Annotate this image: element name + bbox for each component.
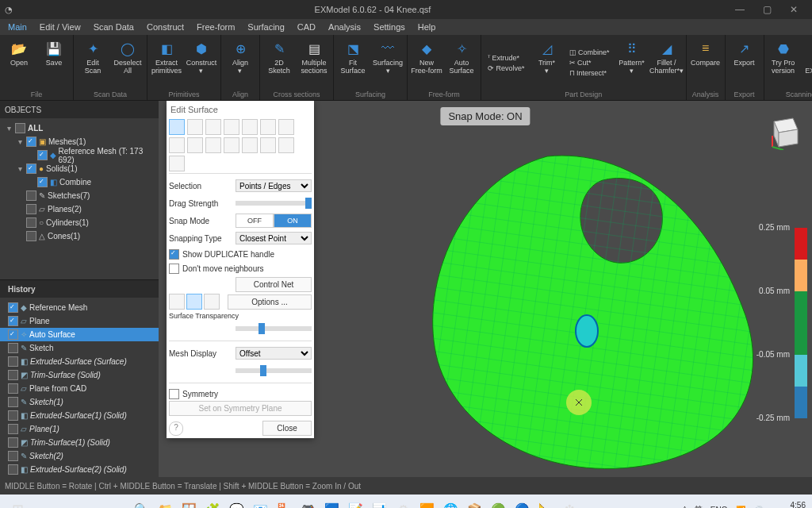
tool-icon[interactable] — [205, 137, 221, 153]
help-icon[interactable]: ? — [169, 421, 183, 436]
tree-row[interactable]: ▾ ● Solids(1) — [0, 162, 159, 175]
taskbar-app-icon[interactable]: 🟦 — [321, 499, 342, 508]
history-row[interactable]: ✎ Sketch — [0, 341, 159, 355]
menu-cad[interactable]: CAD — [297, 22, 316, 32]
ribbon-surfacing[interactable]: 〰Surfacing▾ — [370, 37, 405, 89]
tool-icon[interactable] — [260, 119, 276, 135]
start-button[interactable]: ⊞ — [6, 498, 29, 508]
history-row[interactable]: ✧ Auto Surface — [0, 328, 159, 341]
minimize-button[interactable]: — — [726, 4, 753, 15]
ribbon-mini[interactable]: ᵀ Extrude* — [488, 54, 525, 62]
menu-analysis[interactable]: Analysis — [328, 22, 361, 32]
tool-icon[interactable] — [242, 119, 258, 135]
ribbon-auto-surface[interactable]: ✧AutoSurface — [444, 37, 479, 89]
tray-time[interactable]: 4:56 — [791, 501, 806, 508]
history-row[interactable]: ◧ Extruded-Surface (Surface) — [0, 355, 159, 368]
history-row[interactable]: ◩ Trim-Surface(1) (Solid) — [0, 436, 159, 449]
ribbon-multiple-sections[interactable]: ▤Multiplesections — [297, 37, 331, 89]
objects-tree[interactable]: ▾ ALL▾ ▣ Meshes(1) ◆ Reference Mesh (T: … — [0, 118, 159, 279]
history-row[interactable]: ✎ Sketch(1) — [0, 395, 159, 409]
menu-surfacing[interactable]: Surfacing — [247, 22, 284, 32]
tray-sound-icon[interactable]: 🔊 — [753, 506, 763, 509]
snap-toggle[interactable]: OFFON — [236, 214, 312, 228]
tree-row[interactable]: △ Cones(1) — [0, 229, 159, 243]
tray-lang-code[interactable]: ENG — [710, 506, 728, 509]
history-row[interactable]: ✎ Sketch(3) — [0, 476, 159, 477]
tool-icon[interactable] — [169, 119, 185, 135]
menu-scan-data[interactable]: Scan Data — [94, 22, 134, 32]
history-row[interactable]: ▱ Plane from CAD — [0, 382, 159, 395]
ribbon-edit-scan[interactable]: ✦EditScan — [75, 37, 110, 89]
tool-icon[interactable] — [278, 137, 294, 153]
taskbar-app-icon[interactable]: 🔍 — [131, 499, 151, 508]
taskbar-app-icon[interactable]: ⚙ — [393, 499, 413, 508]
menu-construct[interactable]: Construct — [147, 22, 184, 32]
close-button[interactable]: ✕ — [780, 4, 807, 15]
tool-icon[interactable] — [187, 119, 203, 135]
taskbar-app-icon[interactable]: 📐 — [535, 499, 556, 508]
tree-row[interactable]: ◧ Combine — [0, 175, 159, 189]
mesh-offset-slider[interactable] — [236, 368, 312, 373]
ribbon-to-exscan[interactable]: ⬢To EXScanHX — [801, 37, 812, 89]
tool-icon[interactable] — [224, 119, 239, 135]
taskbar-app-icon[interactable]: 📦 — [464, 499, 485, 508]
history-tree[interactable]: ◆ Reference Mesh ▱ Plane ✧ Auto Surface … — [0, 298, 159, 477]
tool-icon[interactable] — [224, 137, 239, 153]
menu-free-form[interactable]: Free-form — [197, 22, 235, 32]
ribbon-export[interactable]: ↗Export — [727, 37, 762, 89]
taskbar-app-icon[interactable]: 🎮 — [297, 499, 318, 508]
taskbar-app-icon[interactable]: 🪟 — [178, 499, 199, 508]
ribbon-trim[interactable]: ◿Trim*▾ — [530, 37, 565, 89]
drag-slider[interactable] — [236, 201, 312, 206]
tool-icon[interactable] — [187, 137, 203, 153]
menu-edit-view[interactable]: Edit / View — [40, 22, 81, 32]
taskbar-app-icon[interactable]: 📧 — [250, 499, 270, 508]
ribbon-construct[interactable]: ⬢Construct▾ — [184, 37, 219, 89]
model-mesh[interactable] — [341, 133, 785, 477]
mesh-display-select[interactable]: Offset — [236, 347, 312, 360]
taskbar-app-icon[interactable]: 🏪 — [274, 499, 294, 508]
ribbon-new-freeform[interactable]: ◆NewFree-form — [409, 37, 444, 89]
show-duplicate-checkbox[interactable]: Show DUPLICATE handle — [169, 247, 312, 261]
tool-icon[interactable] — [278, 119, 294, 135]
ribbon-pattern[interactable]: ⠿Pattern*▾ — [615, 37, 649, 89]
ribbon-mini[interactable]: ✂ Cut* — [569, 59, 610, 67]
ribbon-extract-primitives[interactable]: ◧Extractprimitives — [149, 37, 184, 89]
tray-lang[interactable]: 简 — [695, 504, 703, 508]
tree-row[interactable]: ◆ Reference Mesh (T: 173 692) — [0, 148, 159, 162]
history-row[interactable]: ◧ Extruded-Surface(2) (Solid) — [0, 463, 159, 476]
history-row[interactable]: ✎ Sketch(2) — [0, 449, 159, 463]
ribbon-align[interactable]: ⊕Align▾ — [223, 37, 258, 89]
tree-row[interactable]: ▱ Planes(2) — [0, 202, 159, 216]
orientation-cube[interactable] — [766, 115, 801, 150]
ribbon-deselect-all[interactable]: ◯DeselectAll — [110, 37, 145, 89]
ribbon-2d-sketch[interactable]: ✎2DSketch — [262, 37, 297, 89]
menu-help[interactable]: Help — [418, 22, 436, 32]
menu-main[interactable]: Main — [8, 22, 27, 32]
taskbar-app-icon[interactable]: 🧩 — [202, 499, 223, 508]
view-mode-icon[interactable] — [169, 294, 185, 310]
history-row[interactable]: ▱ Plane — [0, 314, 159, 328]
taskbar-app-icon[interactable]: 📝 — [345, 499, 366, 508]
taskbar-app-icon[interactable]: 🔵 — [511, 499, 532, 508]
taskbar-app-icon[interactable]: 📊 — [369, 499, 389, 508]
ribbon-fillet[interactable]: ◢Fillet /Chamfer*▾ — [649, 37, 684, 89]
ribbon-mini[interactable]: ⊓ Intersect* — [569, 69, 610, 77]
tray-chevron-icon[interactable]: ˄ — [683, 506, 687, 509]
tool-icon[interactable] — [205, 119, 221, 135]
history-row[interactable]: ◧ Extruded-Surface(1) (Solid) — [0, 409, 159, 422]
taskbar-app-icon[interactable]: ❇ — [559, 499, 580, 508]
taskbar-app-icon[interactable]: 🟢 — [488, 499, 508, 508]
history-row[interactable]: ▱ Plane(1) — [0, 422, 159, 436]
selection-select[interactable]: Points / Edges — [236, 179, 312, 192]
close-panel-button[interactable]: Close — [262, 421, 312, 436]
dont-move-checkbox[interactable]: Don't move neighbours — [169, 261, 312, 275]
taskbar-app-icon[interactable]: 💬 — [226, 499, 247, 508]
tree-row[interactable]: ✎ Sketches(7) — [0, 189, 159, 202]
history-row[interactable]: ◆ Reference Mesh — [0, 301, 159, 314]
ribbon-compare[interactable]: ≡Compare — [688, 37, 723, 89]
maximize-button[interactable]: ▢ — [753, 4, 780, 15]
symmetry-checkbox[interactable]: Symmetry — [169, 387, 312, 401]
history-row[interactable]: ◩ Trim-Surface (Solid) — [0, 368, 159, 382]
ribbon-mini[interactable]: ⟳ Revolve* — [488, 64, 525, 72]
